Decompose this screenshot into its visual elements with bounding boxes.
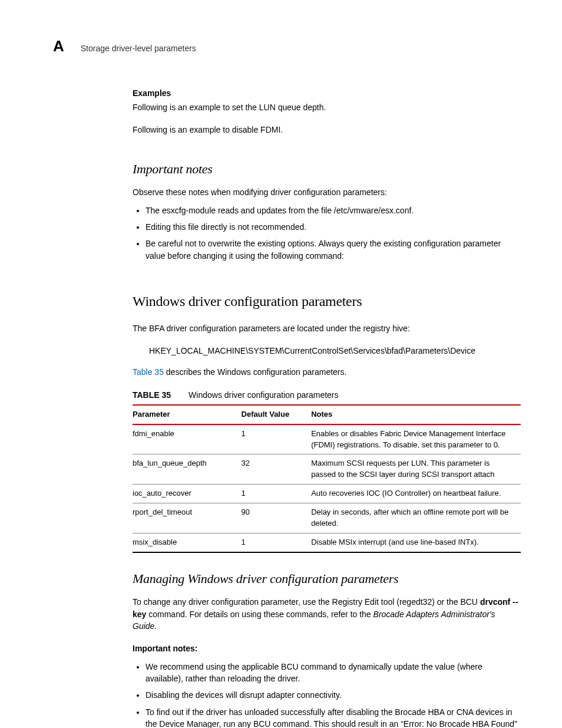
important-notes-heading: Important notes — [133, 160, 521, 179]
table-title: Windows driver configuration parameters — [189, 390, 338, 400]
list-item: Be careful not to overwrite the existing… — [146, 238, 521, 262]
cell-notes: Delay in seconds, after which an offline… — [311, 503, 521, 533]
important-notes-intro: Observe these notes when modifying drive… — [133, 186, 521, 198]
cell-notes: Disable MSIx interrupt (and use line-bas… — [311, 533, 521, 552]
cell-notes: Auto recoveries IOC (IO Controller) on h… — [311, 485, 521, 503]
table-reference-line: Table 35 describes the Windows configura… — [133, 366, 521, 378]
managing-notes-label: Important notes: — [133, 643, 521, 654]
page-header: A Storage driver-level parameters — [53, 35, 521, 58]
registry-path: HKEY_LOCAL_MACHINE\SYSTEM\CurrentControl… — [149, 345, 521, 357]
table-number: TABLE 35 — [133, 390, 171, 400]
managing-notes-list: We recommend using the applicable BCU co… — [133, 661, 521, 728]
col-header-notes: Notes — [311, 405, 521, 424]
cell-parameter: bfa_lun_queue_depth — [133, 454, 242, 485]
col-header-default: Default Value — [242, 405, 312, 424]
cell-notes: Enables or disables Fabric Device Manage… — [311, 424, 521, 454]
config-parameters-table: Parameter Default Value Notes fdmi_enabl… — [133, 404, 521, 553]
windows-section-heading: Windows driver configuration parameters — [133, 291, 521, 312]
cell-default: 32 — [242, 454, 312, 485]
page-content: Examples Following is an example to set … — [133, 87, 521, 728]
managing-paragraph: To change any driver configuration param… — [133, 596, 521, 632]
windows-intro: The BFA driver configuration parameters … — [133, 322, 521, 334]
table-row: msix_disable1Disable MSIx interrupt (and… — [133, 533, 521, 552]
list-item: The esxcfg-module reads and updates from… — [146, 205, 521, 216]
managing-heading: Managing Windows driver configuration pa… — [133, 569, 521, 588]
list-item: To find out if the driver has unloaded s… — [146, 706, 521, 729]
cell-parameter: fdmi_enable — [133, 424, 242, 454]
cell-default: 1 — [242, 485, 312, 503]
table-row: bfa_lun_queue_depth32Maximum SCSI reques… — [133, 454, 521, 485]
table-label: TABLE 35Windows driver configuration par… — [133, 389, 521, 401]
examples-label: Examples — [133, 87, 521, 99]
cell-parameter: ioc_auto_recover — [133, 485, 242, 503]
running-title: Storage driver-level parameters — [81, 42, 196, 54]
cell-parameter: rport_del_timeout — [133, 503, 242, 533]
col-header-parameter: Parameter — [133, 405, 242, 424]
cell-parameter: msix_disable — [133, 533, 242, 552]
table-row: fdmi_enable1Enables or disables Fabric D… — [133, 424, 521, 454]
table-ref-text: describes the Windows configuration para… — [164, 367, 346, 377]
table-ref-link[interactable]: Table 35 — [133, 367, 164, 377]
important-notes-list: The esxcfg-module reads and updates from… — [133, 205, 521, 262]
appendix-letter: A — [53, 35, 64, 58]
list-item: Editing this file directly is not recomm… — [146, 221, 521, 233]
table-row: rport_del_timeout90Delay in seconds, aft… — [133, 503, 521, 533]
examples-line-1: Following is an example to set the LUN q… — [133, 101, 521, 113]
table-row: ioc_auto_recover1Auto recoveries IOC (IO… — [133, 485, 521, 503]
list-item: We recommend using the applicable BCU co… — [146, 661, 521, 685]
cell-notes: Maximum SCSI requests per LUN. This para… — [311, 454, 521, 485]
cell-default: 1 — [242, 533, 312, 552]
cell-default: 90 — [242, 503, 312, 533]
examples-line-2: Following is an example to disable FDMI. — [133, 124, 521, 136]
table-header-row: Parameter Default Value Notes — [133, 405, 521, 424]
cell-default: 1 — [242, 424, 312, 454]
list-item: Disabling the devices will disrupt adapt… — [146, 689, 521, 701]
